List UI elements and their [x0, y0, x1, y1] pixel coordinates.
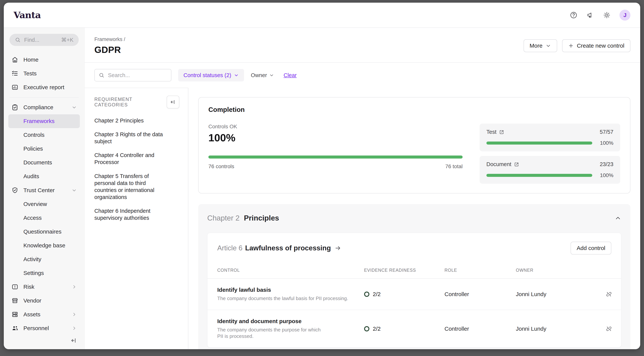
table-row[interactable]: Identify lawful basis The company docume…	[208, 279, 621, 310]
page-title: GDPR	[94, 45, 125, 55]
global-find-input[interactable]: Find... ⌘+K	[10, 34, 79, 46]
breadcrumb[interactable]: Frameworks	[94, 37, 122, 42]
external-link-icon	[499, 129, 504, 135]
control-statuses-filter[interactable]: Control statuses (2)	[178, 69, 244, 81]
control-name[interactable]: Identify lawful basis	[217, 287, 364, 293]
completion-title: Completion	[208, 106, 620, 113]
test-percent: 100%	[597, 140, 614, 146]
sidebar-item-vendor[interactable]: Vendor	[8, 294, 80, 308]
plus-icon	[568, 43, 574, 49]
sidebar-item-frameworks[interactable]: Frameworks	[8, 114, 80, 128]
category-item[interactable]: Chapter 3 Rights of the data subject	[94, 131, 166, 145]
risk-icon	[11, 283, 18, 290]
avatar[interactable]: J	[620, 10, 630, 21]
breadcrumb-separator: /	[124, 37, 125, 42]
sidebar-item-label: Documents	[24, 159, 52, 166]
test-link[interactable]: Test	[486, 129, 504, 135]
sidebar-item-access[interactable]: Access	[8, 211, 80, 225]
article-6-link[interactable]: Article 6 Lawfulness of processing	[217, 244, 341, 252]
table-row[interactable]: Identity and document purpose The compan…	[208, 310, 621, 347]
test-readiness-card: Test 57/57	[480, 124, 620, 151]
completion-percent: 100%	[208, 131, 462, 144]
search-input[interactable]	[108, 72, 167, 79]
controls-ok-label: Controls OK	[208, 124, 462, 130]
help-icon[interactable]	[570, 11, 578, 19]
panel-collapse-button[interactable]	[167, 96, 179, 108]
announcements-icon[interactable]	[586, 11, 594, 19]
owner-value: Jonni Lundy	[516, 291, 606, 297]
sidebar-item-label: Tests	[24, 70, 36, 77]
control-description: The company documents the purpose for wh…	[217, 327, 323, 339]
document-percent: 100%	[597, 172, 614, 179]
category-item[interactable]: Chapter 2 Principles	[94, 117, 166, 124]
article-prefix: Article 6	[217, 244, 242, 252]
document-label: Document	[486, 161, 511, 167]
sidebar-item-activity[interactable]: Activity	[8, 252, 80, 266]
sidebar-item-tests[interactable]: Tests	[8, 67, 80, 80]
sidebar-item-personnel[interactable]: Personnel	[8, 321, 80, 335]
column-header-owner: Owner	[516, 268, 606, 273]
add-control-button[interactable]: Add control	[570, 242, 611, 255]
sidebar-item-home[interactable]: Home	[8, 53, 80, 67]
document-progress-bar	[486, 174, 592, 177]
shield-check-icon	[11, 187, 18, 194]
sidebar-item-documents[interactable]: Documents	[8, 156, 80, 169]
sidebar-item-settings[interactable]: Settings	[8, 266, 80, 280]
storefront-icon	[11, 297, 18, 304]
sidebar-item-assets[interactable]: Assets	[8, 308, 80, 321]
sidebar-item-label: Controls	[24, 132, 44, 138]
control-statuses-label: Control statuses (2)	[184, 72, 231, 78]
home-icon	[11, 56, 18, 63]
chapter-prefix: Chapter 2	[207, 214, 240, 222]
sidebar-item-label: Personnel	[24, 325, 49, 331]
chevron-down-icon	[72, 188, 77, 193]
chevron-down-icon	[234, 73, 239, 78]
sidebar-item-controls[interactable]: Controls	[8, 128, 80, 142]
external-link-icon	[514, 162, 519, 167]
clear-filters-link[interactable]: Clear	[284, 72, 296, 78]
tests-icon	[11, 70, 18, 77]
sidebar-item-risk[interactable]: Risk	[8, 280, 80, 294]
document-ratio: 23/23	[600, 161, 614, 167]
main-panel: Completion Controls OK 100% 76 controls …	[188, 88, 640, 349]
chevron-right-icon	[72, 325, 77, 331]
chevron-right-icon	[72, 312, 77, 317]
document-readiness-card: Document 23/23	[480, 156, 620, 184]
sidebar-item-label: Audits	[24, 173, 39, 180]
document-link[interactable]: Document	[486, 161, 519, 167]
owner-label: Owner	[251, 72, 267, 78]
owner-value: Jonni Lundy	[516, 325, 606, 332]
category-item[interactable]: Chapter 6 Independent supervisory author…	[94, 208, 166, 222]
owner-filter[interactable]: Owner	[251, 72, 274, 78]
settings-gear-icon[interactable]	[603, 11, 611, 19]
sidebar-collapse-icon[interactable]	[70, 337, 77, 344]
app-window: Vanta J	[4, 3, 640, 349]
sidebar-item-overview[interactable]: Overview	[8, 197, 80, 211]
server-stack-icon	[11, 311, 18, 318]
unlink-icon[interactable]	[606, 325, 612, 332]
search-box[interactable]	[94, 69, 172, 81]
sidebar-item-questionnaires[interactable]: Questionnaires	[8, 225, 80, 239]
role-value: Controller	[444, 291, 516, 297]
create-new-control-button[interactable]: Create new control	[562, 39, 630, 52]
role-value: Controller	[444, 325, 516, 332]
test-label: Test	[486, 129, 496, 135]
category-item[interactable]: Chapter 4 Controller and Processor	[94, 152, 166, 166]
sidebar-item-executive-report[interactable]: Executive report	[8, 80, 80, 94]
create-label: Create new control	[577, 43, 624, 49]
sidebar-item-knowledge-base[interactable]: Knowledge base	[8, 239, 80, 252]
sidebar-item-label: Settings	[24, 270, 44, 276]
sidebar-item-trust-center[interactable]: Trust Center	[8, 183, 80, 197]
sidebar-item-label: Trust Center	[24, 187, 55, 194]
page-header: Frameworks / GDPR More	[84, 28, 640, 63]
article-name: Lawfulness of processing	[245, 244, 331, 252]
sidebar-item-policies[interactable]: Policies	[8, 142, 80, 156]
category-item[interactable]: Chapter 5 Transfers of personal data to …	[94, 173, 166, 201]
sidebar-item-compliance[interactable]: Compliance	[8, 101, 80, 114]
chevron-up-icon[interactable]	[614, 215, 621, 222]
control-name[interactable]: Identity and document purpose	[217, 318, 364, 324]
unlink-icon[interactable]	[606, 291, 612, 298]
sidebar-item-label: Activity	[24, 256, 41, 262]
more-button[interactable]: More	[524, 39, 557, 52]
sidebar-item-audits[interactable]: Audits	[8, 169, 80, 183]
